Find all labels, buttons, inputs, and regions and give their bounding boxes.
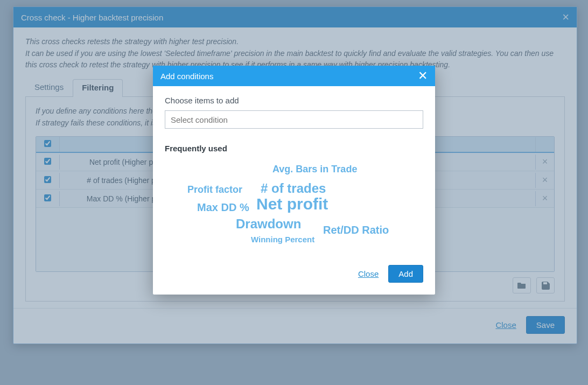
cloud-drawdown[interactable]: Drawdown: [236, 216, 301, 232]
cloud-avg-bars[interactable]: Avg. Bars in Trade: [272, 164, 357, 175]
select-condition-input[interactable]: [165, 110, 423, 129]
modal-add-conditions-header: Add conditions ✕: [153, 66, 435, 86]
modal-add-conditions-title: Add conditions: [160, 72, 213, 81]
cloud-retdd[interactable]: Ret/DD Ratio: [323, 224, 389, 236]
frequently-used-title: Frequently used: [165, 144, 423, 153]
close-link[interactable]: Close: [358, 269, 379, 278]
modal-add-conditions: Add conditions ✕ Choose items to add Fre…: [153, 66, 435, 295]
close-icon[interactable]: ✕: [418, 70, 428, 82]
cloud-winning-percent[interactable]: Winning Percent: [251, 235, 314, 244]
cloud-net-profit[interactable]: Net profit: [256, 195, 328, 213]
cloud-max-dd[interactable]: Max DD %: [197, 201, 249, 214]
cloud-profit-factor[interactable]: Profit factor: [187, 184, 242, 195]
choose-items-label: Choose items to add: [165, 96, 423, 105]
add-button[interactable]: Add: [388, 265, 423, 283]
cloud-n-trades[interactable]: # of trades: [261, 181, 326, 196]
frequently-used-cloud: Avg. Bars in Trade Profit factor # of tr…: [165, 155, 423, 257]
